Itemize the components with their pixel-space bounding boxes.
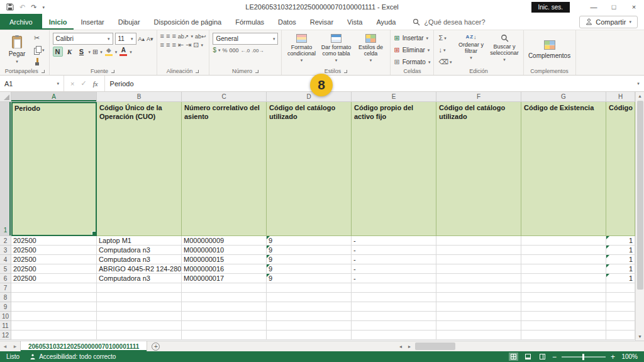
cell[interactable]: M000000015 (182, 255, 267, 264)
cell[interactable] (97, 302, 182, 312)
cell[interactable] (97, 312, 182, 321)
decrease-indent-icon[interactable]: ⇤ (178, 42, 184, 48)
align-center-icon[interactable]: ≡ (166, 42, 170, 48)
cell[interactable] (182, 321, 267, 331)
dialog-launcher-icon[interactable] (343, 69, 348, 74)
cell[interactable] (521, 321, 606, 331)
tab-datos[interactable]: Datos (271, 14, 303, 30)
cell[interactable] (182, 293, 267, 302)
cell[interactable] (436, 274, 521, 283)
cell[interactable]: 202500 (11, 255, 97, 264)
select-all-corner[interactable] (0, 92, 11, 102)
insert-function-icon[interactable]: fx (93, 80, 98, 88)
cell[interactable]: M000000009 (182, 236, 267, 246)
font-color-icon[interactable] (119, 47, 128, 57)
column-header-g[interactable]: G (521, 92, 606, 102)
borders-icon[interactable]: ⊞ (92, 48, 98, 55)
cell[interactable]: 9 (267, 274, 352, 283)
cell[interactable] (267, 312, 352, 321)
row-header[interactable]: 7 (0, 283, 11, 293)
cell[interactable] (436, 255, 521, 264)
dialog-launcher-icon[interactable] (41, 69, 45, 74)
sheet-nav-left-icon[interactable]: ◂ (0, 341, 10, 351)
align-right-icon[interactable]: ≡ (172, 42, 175, 48)
cell-e1[interactable]: Código propio del activo fijo (352, 102, 436, 236)
italic-button[interactable]: K (65, 47, 75, 57)
cell[interactable] (352, 302, 436, 312)
cell[interactable]: Laptop M1 (97, 236, 182, 246)
cell[interactable] (436, 321, 521, 331)
font-size-select[interactable]: 11 (115, 33, 136, 45)
paste-button[interactable]: Pegar (4, 33, 30, 67)
zoom-slider-thumb[interactable] (582, 354, 584, 360)
cell[interactable]: - (352, 264, 436, 274)
cell-g1[interactable]: Código de Existencia (521, 102, 606, 236)
align-bottom-icon[interactable]: ≡ (172, 33, 175, 40)
cell[interactable]: Computadora n3 (97, 255, 182, 264)
tab-vista[interactable]: Vista (340, 14, 369, 30)
fill-button[interactable]: ↓ (437, 45, 453, 55)
cell-a1-selected[interactable]: Periodo (11, 102, 97, 236)
cell[interactable]: - (352, 274, 436, 283)
zoom-in-button[interactable]: + (611, 353, 615, 361)
cell[interactable]: M000000010 (182, 246, 267, 255)
accessibility-status[interactable]: Accesibilidad: todo correcto (30, 353, 116, 360)
cell[interactable]: 9 (267, 236, 352, 246)
chevron-down-icon[interactable] (130, 50, 132, 54)
cell[interactable] (521, 255, 606, 264)
redo-icon[interactable]: ↷ (31, 4, 36, 11)
tab-dibujar[interactable]: Dibujar (111, 14, 147, 30)
cell[interactable]: 202500 (11, 274, 97, 283)
cell[interactable] (182, 302, 267, 312)
align-top-icon[interactable]: ≡ (160, 33, 164, 40)
cell[interactable] (436, 264, 521, 274)
cell[interactable]: 9 (267, 246, 352, 255)
cell[interactable] (436, 283, 521, 293)
cell[interactable]: - (352, 246, 436, 255)
cell[interactable]: ABRIGO 4045-R2 124-2806202 (97, 264, 182, 274)
merge-center-icon[interactable]: ⊡ (193, 42, 199, 48)
cell[interactable] (97, 321, 182, 331)
sign-in-button[interactable]: Inic. ses. (531, 2, 570, 13)
number-format-select[interactable]: General (213, 33, 278, 45)
cell-c1[interactable]: Número correlativo del asiento (182, 102, 267, 236)
cell[interactable]: 1 (606, 264, 635, 274)
cell-h1[interactable]: Código del Activo Fijo (606, 102, 635, 236)
dialog-launcher-icon[interactable] (255, 69, 259, 74)
bold-button[interactable]: N (53, 47, 63, 57)
cell[interactable] (182, 312, 267, 321)
cell[interactable] (521, 302, 606, 312)
formula-input[interactable]: Periodo (105, 76, 633, 91)
cell[interactable] (436, 331, 521, 340)
cell[interactable] (436, 236, 521, 246)
dialog-launcher-icon[interactable] (111, 69, 115, 74)
search-input[interactable] (424, 18, 518, 26)
format-as-table-button[interactable]: Dar formato como tabla (319, 33, 352, 62)
find-select-button[interactable]: Buscar y seleccionar (489, 33, 520, 67)
column-header-c[interactable]: C (182, 92, 267, 102)
tab-insertar[interactable]: Insertar (74, 14, 111, 30)
cell[interactable] (606, 283, 635, 293)
fill-color-icon[interactable] (104, 47, 113, 57)
tell-me-search[interactable] (413, 14, 518, 30)
cell[interactable] (352, 283, 436, 293)
row-header[interactable]: 3 (0, 246, 11, 255)
close-button[interactable]: × (624, 0, 644, 14)
cell[interactable]: - (352, 236, 436, 246)
chevron-down-icon[interactable] (218, 48, 221, 52)
row-header[interactable]: 10 (0, 312, 11, 321)
cell[interactable] (267, 302, 352, 312)
chevron-down-icon[interactable] (201, 43, 204, 47)
tab-formulas[interactable]: Fórmulas (228, 14, 271, 30)
cell[interactable]: Computadora n3 (97, 246, 182, 255)
wrap-text-icon[interactable]: ab↩ (195, 33, 206, 40)
cell[interactable] (11, 302, 97, 312)
cell[interactable]: 202500 (11, 246, 97, 255)
cell[interactable] (11, 331, 97, 340)
horizontal-scrollbar-thumb[interactable] (415, 342, 455, 350)
column-header-a[interactable]: A (11, 92, 97, 102)
new-sheet-button[interactable]: + (152, 342, 160, 351)
sort-filter-button[interactable]: AZ↓ Ordenar y filtrar (456, 33, 487, 67)
column-header-b[interactable]: B (97, 92, 182, 102)
cell[interactable]: 1 (606, 274, 635, 283)
